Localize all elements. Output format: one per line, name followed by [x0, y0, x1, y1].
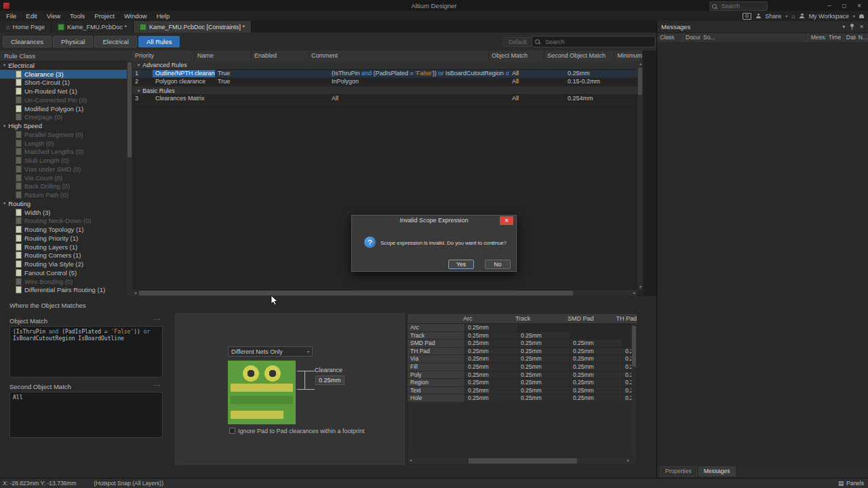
rule-enabled[interactable] — [215, 95, 272, 103]
rule-class-item[interactable]: Wire Bonding (0) — [0, 277, 127, 286]
messages-column-header[interactable]: Date — [844, 33, 856, 42]
matrix-row[interactable]: Region 0.25mm 0.25mm 0.25mm 0.25mm — [408, 379, 637, 387]
matrix-cell[interactable]: 0.25mm — [570, 371, 623, 380]
rule-class-group[interactable]: ▾ High Speed — [0, 121, 127, 130]
messages-list[interactable] — [657, 42, 868, 466]
matrix-cell[interactable] — [570, 332, 623, 340]
home-icon[interactable]: ⌂ — [791, 13, 795, 20]
no-button[interactable]: No — [485, 260, 511, 269]
rules-horizontal-scrollbar[interactable]: ◂ ▸ — [132, 290, 637, 296]
scroll-up-arrow[interactable]: ▴ — [637, 61, 644, 67]
rule-class-item[interactable]: Creepage (0) — [0, 113, 127, 122]
rule-class-item[interactable]: Stub Length (0) — [0, 156, 127, 165]
rule-class-group[interactable]: ▾ Electrical — [0, 61, 127, 70]
matrix-cell[interactable]: 0.25mm — [465, 387, 518, 395]
pin-icon[interactable] — [850, 24, 854, 30]
matrix-row[interactable]: Via 0.25mm 0.25mm 0.25mm 0.25mm — [408, 355, 637, 363]
matrix-cell[interactable]: 0.25mm — [465, 379, 518, 387]
rule-class-item[interactable]: Matched Lengths (0) — [0, 148, 127, 157]
matrix-row[interactable]: Arc 0.25mm — [408, 324, 637, 332]
column-header[interactable]: Enabled — [252, 51, 309, 61]
rule-class-item[interactable]: Width (3) — [0, 208, 127, 217]
rule-row[interactable]: 2 Polygon clearance True InPolygon All 0… — [132, 78, 637, 87]
matrix-cell[interactable]: 0.25mm — [465, 394, 518, 403]
rule-enabled[interactable]: True — [215, 70, 272, 78]
rule-group-row[interactable]: ▾ Basic Rules — [132, 87, 637, 96]
rule-class-item[interactable]: Fanout Control (5) — [0, 268, 127, 277]
panel-tab[interactable]: Properties — [660, 466, 697, 476]
rule-filter-button[interactable]: All Rules — [138, 36, 180, 47]
matrix-column-header[interactable]: Arc — [460, 315, 513, 322]
net-scope-dropdown[interactable]: Different Nets Only ▾ — [228, 346, 313, 357]
ignore-pad-to-pad-checkbox[interactable] — [229, 428, 235, 434]
menu-item[interactable]: Window — [119, 11, 152, 21]
rule-class-item[interactable]: Routing Corners (1) — [0, 251, 127, 260]
menu-item[interactable]: Tools — [65, 11, 90, 21]
column-header[interactable]: Name — [195, 51, 252, 61]
menu-item[interactable]: File — [1, 11, 21, 21]
rule-group-row[interactable]: ▾ Advanced Rules — [132, 61, 637, 70]
maximize-button[interactable]: ◻ — [837, 0, 852, 11]
matrix-vertical-scrollbar[interactable] — [631, 323, 637, 456]
scroll-right-arrow[interactable]: ▸ — [625, 458, 631, 464]
scroll-left-arrow[interactable]: ◂ — [408, 458, 414, 464]
global-search-input[interactable] — [720, 2, 765, 10]
scroll-left-arrow[interactable]: ◂ — [132, 290, 138, 296]
matrix-cell[interactable]: 0.25mm — [518, 340, 570, 348]
camera-icon[interactable] — [743, 13, 751, 20]
messages-column-header[interactable]: Document — [683, 33, 701, 42]
messages-column-header[interactable]: Time — [826, 33, 844, 42]
column-header[interactable]: Priority — [132, 51, 195, 61]
rule-class-item[interactable]: Parallel Segment (0) — [0, 130, 127, 139]
matrix-cell[interactable]: 0.25mm — [518, 332, 570, 340]
matrix-row[interactable]: Text 0.25mm 0.25mm 0.25mm 0.25mm — [408, 387, 637, 395]
scroll-down-arrow[interactable]: ▾ — [637, 284, 644, 290]
matrix-cell[interactable]: 0.25mm — [465, 332, 518, 340]
tab-document[interactable]: Kame_FMU.PcbDoc * — [52, 21, 134, 33]
rule-class-item[interactable]: Routing Neck-Down (0) — [0, 217, 127, 226]
matrix-cell[interactable]: 0.25mm — [518, 363, 570, 371]
tab-document[interactable]: Kame_FMU.PcbDoc [Constraints] * — [134, 21, 252, 33]
menu-item[interactable]: Project — [90, 11, 119, 21]
rule-comment[interactable] — [272, 95, 329, 103]
matrix-cell[interactable]: 0.25mm — [570, 348, 623, 356]
matrix-column-header[interactable]: TH Pad — [613, 315, 637, 322]
rule-row[interactable]: 1 Outline/NPTH clearance True (IsThruPin… — [132, 70, 637, 79]
rule-filter-button[interactable]: Clearances — [3, 36, 52, 47]
rule-enabled[interactable]: True — [215, 78, 272, 86]
rule-class-item[interactable]: Back Drilling (0) — [0, 182, 127, 191]
close-button[interactable]: ✕ — [852, 0, 867, 11]
matrix-row[interactable]: TH Pad 0.25mm 0.25mm 0.25mm 0.25mm — [408, 348, 637, 356]
matrix-cell[interactable]: 0.25mm — [570, 394, 623, 403]
default-button[interactable]: Default — [503, 37, 532, 47]
menu-item[interactable]: Help — [152, 11, 175, 21]
rule-class-item[interactable]: Vias under SMD (0) — [0, 165, 127, 174]
matrix-row[interactable]: Fill 0.25mm 0.25mm 0.25mm 0.25mm — [408, 363, 637, 371]
matrix-row[interactable]: Hole 0.25mm 0.25mm 0.25mm 0.25mm — [408, 394, 637, 403]
matrix-cell[interactable]: 0.25mm — [518, 371, 570, 380]
rule-class-item[interactable]: Routing Topology (1) — [0, 225, 127, 234]
menu-item[interactable]: Edit — [21, 11, 41, 21]
second-object-match-menu-button[interactable]: ··· — [152, 383, 163, 390]
rule-comment[interactable] — [272, 78, 329, 86]
rule-class-item[interactable]: Via Count (0) — [0, 174, 127, 182]
matrix-cell[interactable]: 0.25mm — [465, 348, 518, 356]
close-icon[interactable]: ✕ — [859, 24, 864, 30]
scrollbar-thumb[interactable] — [638, 68, 642, 95]
matrix-cell[interactable]: 0.25mm — [570, 363, 623, 371]
matrix-horizontal-scrollbar[interactable]: ◂ ▸ — [408, 458, 631, 464]
object-match-editor[interactable]: (IsThruPin and (PadIsPlated = 'False')) … — [9, 326, 163, 378]
rule-class-item[interactable]: Routing Priority (1) — [0, 234, 127, 243]
rule-class-item[interactable]: Return Path (0) — [0, 190, 127, 199]
rule-class-item[interactable]: Un-Routed Net (1) — [0, 87, 127, 96]
rule-class-item[interactable]: Modified Polygon (1) — [0, 104, 127, 113]
object-match-menu-button[interactable]: ··· — [152, 317, 163, 324]
rule-class-item[interactable]: Short-Circuit (1) — [0, 79, 127, 87]
rule-filter-button[interactable]: Physical — [53, 36, 93, 47]
rule-class-group[interactable]: ▾ Routing — [0, 199, 127, 208]
matrix-row[interactable]: SMD Pad 0.25mm 0.25mm 0.25mm — [408, 340, 637, 348]
my-workspace-button[interactable]: My Workspace — [809, 13, 849, 20]
rule-comment[interactable] — [272, 70, 329, 78]
rule-class-item[interactable]: Length (0) — [0, 139, 127, 148]
column-header[interactable]: Object Match — [489, 51, 545, 61]
